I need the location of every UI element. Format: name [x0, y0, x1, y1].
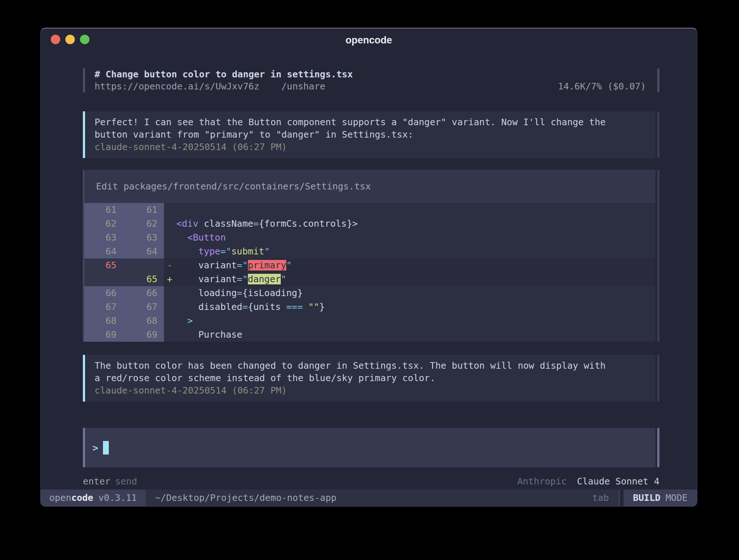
- diff-row: 6464 type="submit": [84, 245, 655, 258]
- diff-marker: -: [164, 258, 176, 272]
- app-name-open: open: [49, 492, 71, 503]
- diff-row: 65+ variant="danger": [84, 272, 655, 286]
- diff-row: 6161: [84, 203, 655, 217]
- unshare-command: /unshare: [282, 80, 325, 92]
- diff-row: 65- variant="primary": [84, 258, 655, 272]
- diff-marker: [164, 300, 176, 314]
- edit-tool-card: Edit packages/frontend/src/containers/Se…: [83, 170, 659, 342]
- session-header-rail: [657, 68, 659, 92]
- code-line: loading={isLoading}: [176, 286, 303, 300]
- working-directory: ~/Desktop/Projects/demo-notes-app: [155, 490, 337, 506]
- diff-marker: [164, 286, 176, 300]
- diff-row: 6262<div className={formCs.controls}>: [84, 217, 655, 231]
- edit-file-title: Edit packages/frontend/src/containers/Se…: [84, 170, 655, 203]
- diff-row: 6969 Purchase: [84, 328, 655, 342]
- message-text: button variant from "primary" to "danger…: [95, 129, 646, 141]
- app-name-code: code: [71, 492, 93, 503]
- token-usage: 14.6K/7% ($0.07): [558, 80, 655, 92]
- code-line: variant="danger": [176, 272, 286, 286]
- diff-marker: [164, 314, 176, 328]
- enter-key-hint: enter: [83, 475, 110, 488]
- old-line-number: 67: [84, 300, 123, 314]
- hints-row: enter send Anthropic Claude Sonnet 4: [83, 475, 659, 488]
- old-line-number: 64: [84, 245, 123, 258]
- new-line-number: 69: [123, 328, 164, 342]
- new-line-number: 68: [123, 314, 164, 328]
- diff-row: 6868 >: [84, 314, 655, 328]
- new-line-number: 64: [123, 245, 164, 258]
- old-line-number: 62: [84, 217, 123, 231]
- app-version: v0.3.11: [98, 492, 137, 503]
- mode-suffix: MODE: [666, 492, 688, 503]
- assistant-message: Perfect! I can see that the Button compo…: [83, 111, 659, 158]
- diff-row: 6363 <Button: [84, 231, 655, 245]
- code-line: >: [176, 314, 193, 328]
- message-rail: [657, 355, 659, 402]
- new-line-number: 63: [123, 231, 164, 245]
- new-line-number: 62: [123, 217, 164, 231]
- code-line: <Button: [176, 231, 226, 245]
- app-version-badge: opencodev0.3.11: [41, 490, 146, 506]
- mode-segment-gap: [620, 490, 624, 506]
- assistant-message: The button color has been changed to dan…: [83, 355, 659, 402]
- mode-badge: BUILDMODE: [624, 490, 697, 506]
- old-line-number: 63: [84, 231, 123, 245]
- old-line-number: 61: [84, 203, 123, 217]
- new-line-number: 66: [123, 286, 164, 300]
- session-header: # Change button color to danger in setti…: [83, 68, 659, 92]
- tab-key-hint: tab: [592, 490, 609, 506]
- diff-marker: [164, 245, 176, 258]
- new-line-number: [123, 258, 164, 272]
- old-line-number: 68: [84, 314, 123, 328]
- code-line: <div className={formCs.controls}>: [176, 217, 358, 231]
- new-line-number: 67: [123, 300, 164, 314]
- diff-marker: [164, 203, 176, 217]
- old-line-number: [84, 272, 123, 286]
- titlebar: opencode: [41, 28, 697, 50]
- conversation-area: # Change button color to danger in setti…: [41, 68, 697, 488]
- message-model-timestamp: claude-sonnet-4-20250514 (06:27 PM): [95, 384, 646, 397]
- diff-marker: [164, 217, 176, 231]
- diff-row: 6767 disabled={units === ""}: [84, 300, 655, 314]
- message-text: Perfect! I can see that the Button compo…: [95, 116, 646, 129]
- mode-label: BUILD: [633, 492, 660, 503]
- diff-marker: [164, 231, 176, 245]
- new-line-number: 61: [123, 203, 164, 217]
- new-line-number: 65: [123, 272, 164, 286]
- prompt-input[interactable]: >: [83, 428, 655, 467]
- code-line: Purchase: [176, 328, 242, 342]
- model-name: Claude Sonnet 4: [577, 476, 659, 487]
- message-model-timestamp: claude-sonnet-4-20250514 (06:27 PM): [95, 141, 646, 153]
- window-title: opencode: [41, 28, 697, 50]
- old-line-number: 65: [84, 258, 123, 272]
- message-rail: [657, 111, 659, 158]
- diff-row: 6666 loading={isLoading}: [84, 286, 655, 300]
- text-cursor: [103, 441, 109, 454]
- old-line-number: 69: [84, 328, 123, 342]
- model-provider: Anthropic: [517, 476, 567, 487]
- session-title: # Change button color to danger in setti…: [95, 68, 655, 80]
- message-text: a red/rose color scheme instead of the b…: [95, 372, 646, 384]
- send-action-hint: send: [115, 475, 137, 488]
- old-line-number: 66: [84, 286, 123, 300]
- diff-marker: [164, 328, 176, 342]
- opencode-window: opencode # Change button color to danger…: [40, 28, 697, 507]
- status-bar: opencodev0.3.11 ~/Desktop/Projects/demo-…: [41, 490, 697, 506]
- diff-rows: 61616262<div className={formCs.controls}…: [84, 203, 655, 342]
- message-text: The button color has been changed to dan…: [95, 360, 646, 372]
- code-line: disabled={units === ""}: [176, 300, 325, 314]
- edit-card-rail: [657, 170, 659, 342]
- diff-marker: +: [164, 272, 176, 286]
- code-line: type="submit": [176, 245, 270, 258]
- share-url[interactable]: https://opencode.ai/s/UwJxv76z: [95, 80, 260, 92]
- code-line: variant="primary": [176, 258, 292, 272]
- prompt-icon: >: [92, 442, 98, 453]
- prompt-input-row: >: [83, 428, 659, 467]
- prompt-input-rail: [657, 428, 659, 467]
